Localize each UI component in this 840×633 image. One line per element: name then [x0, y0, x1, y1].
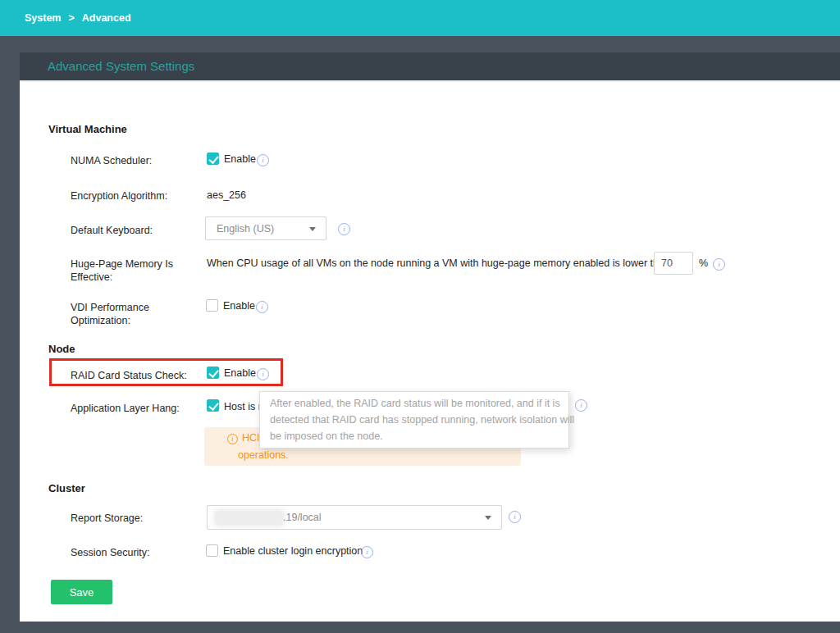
vdi-info-icon[interactable]	[256, 301, 268, 313]
encryption-algorithm-value: aes_256	[207, 189, 246, 201]
session-security-checkbox-label[interactable]: Enable cluster login encryption	[223, 545, 363, 557]
default-keyboard-info-icon[interactable]	[338, 223, 350, 235]
topbar: System > Advanced	[0, 0, 840, 36]
application-layer-hang-label: Application Layer Hang:	[71, 402, 180, 415]
raid-card-status-label: RAID Card Status Check:	[71, 369, 187, 382]
hugepage-info-icon[interactable]	[713, 258, 725, 271]
redacted-storage-name	[217, 512, 282, 524]
raid-info-icon[interactable]	[257, 368, 269, 380]
warning-info-icon	[227, 434, 238, 444]
hugepage-unit: %	[699, 257, 708, 269]
report-storage-select[interactable]: .19/local	[207, 505, 502, 530]
session-security-checkbox[interactable]	[206, 544, 218, 557]
breadcrumb: System > Advanced	[25, 0, 131, 36]
numa-scheduler-label: NUMA Scheduler:	[71, 154, 152, 167]
hugepage-memory-label: Huge-Page Memory Is Effective:	[71, 257, 189, 284]
panel-header: Advanced System Settings	[20, 52, 840, 82]
report-storage-info-icon[interactable]	[509, 511, 521, 523]
tooltip-line3: be imposed on the node.	[270, 428, 559, 444]
section-heading-cluster: Cluster	[48, 482, 85, 494]
numa-info-icon[interactable]	[257, 154, 269, 166]
section-heading-node: Node	[48, 343, 75, 355]
advanced-settings-panel: Advanced System Settings	[20, 52, 840, 622]
raid-enable-checkbox[interactable]	[207, 367, 219, 379]
chevron-down-icon	[309, 227, 316, 231]
session-security-label: Session Security:	[71, 546, 150, 559]
vdi-optimization-label: VDI Performance Optimization:	[71, 301, 185, 327]
page: System > Advanced Advanced System Settin…	[0, 0, 840, 633]
numa-enable-checkbox-label[interactable]: Enable	[224, 153, 256, 165]
default-keyboard-select[interactable]: English (US)	[205, 216, 326, 240]
raid-tooltip: After enabled, the RAID card status will…	[259, 391, 569, 449]
apphang-checkbox-label[interactable]: Host is r	[224, 401, 262, 412]
default-keyboard-label: Default Keyboard:	[71, 224, 153, 237]
section-heading-virtual-machine: Virtual Machine	[48, 123, 127, 135]
breadcrumb-separator-icon: >	[68, 12, 74, 24]
vdi-enable-checkbox-label[interactable]: Enable	[223, 300, 255, 312]
hugepage-condition-text: When CPU usage of all VMs on the node ru…	[207, 257, 670, 269]
breadcrumb-advanced: Advanced	[82, 12, 131, 24]
hugepage-threshold-input[interactable]	[654, 252, 693, 275]
save-button[interactable]: Save	[51, 580, 112, 604]
raid-enable-checkbox-label[interactable]: Enable	[224, 367, 256, 379]
tooltip-line1: After enabled, the RAID card status will…	[270, 395, 559, 412]
warning-line1: HCI	[242, 432, 260, 444]
report-storage-value: .19/local	[283, 512, 322, 523]
default-keyboard-value: English (US)	[217, 223, 274, 235]
encryption-algorithm-label: Encryption Algorithm:	[71, 189, 167, 203]
numa-enable-checkbox[interactable]	[207, 153, 219, 165]
breadcrumb-system[interactable]: System	[25, 12, 61, 24]
chevron-down-icon	[485, 516, 491, 520]
report-storage-label: Report Storage:	[71, 512, 143, 525]
apphang-checkbox[interactable]	[207, 399, 219, 412]
apphang-info-icon[interactable]	[575, 399, 587, 412]
vdi-enable-checkbox[interactable]	[206, 299, 218, 312]
page-title: Advanced System Settings	[48, 52, 194, 80]
session-security-info-icon[interactable]	[361, 546, 373, 558]
warning-line2: operations.	[238, 449, 289, 461]
tooltip-line2: detected that RAID card has stopped runn…	[270, 412, 559, 428]
